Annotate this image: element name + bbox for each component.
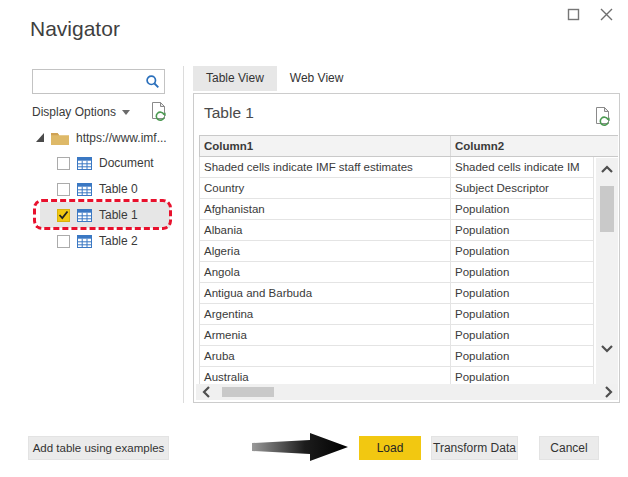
- scroll-right-icon[interactable]: [602, 386, 614, 398]
- table-cell: Population: [451, 241, 594, 261]
- table-cell: Population: [451, 283, 594, 303]
- table-cell: Subject Descriptor: [451, 178, 594, 198]
- search-box: [32, 69, 165, 94]
- table-row: Aruba Population: [200, 346, 594, 367]
- table-cell: Aruba: [200, 346, 451, 366]
- column-header: Column2: [451, 136, 618, 156]
- horizontal-scrollbar[interactable]: [196, 384, 618, 400]
- table-cell: Population: [451, 199, 594, 219]
- maximize-button[interactable]: [565, 6, 581, 22]
- checkmark-icon: [58, 210, 69, 220]
- table-row: Angola Population: [200, 262, 594, 283]
- table-cell: Albania: [200, 220, 451, 240]
- table-cell: Antigua and Barbuda: [200, 283, 451, 303]
- table-cell: Argentina: [200, 304, 451, 324]
- preview-table: Column1 Column2 Shaded cells indicate IM…: [199, 135, 618, 384]
- table-icon: [77, 157, 92, 170]
- tab-table-view[interactable]: Table View: [193, 66, 277, 91]
- tab-web-view[interactable]: Web View: [277, 66, 357, 91]
- scroll-left-icon[interactable]: [200, 386, 212, 398]
- table-row: Country Subject Descriptor: [200, 178, 594, 199]
- table-icon: [77, 209, 92, 222]
- panel-divider: [183, 66, 184, 403]
- table-cell: Population: [451, 346, 594, 366]
- preview-table-title: Table 1: [204, 104, 254, 122]
- checkbox[interactable]: [57, 235, 70, 248]
- table-cell: Shaded cells indicate IMF staff estimate…: [200, 157, 451, 177]
- table-cell: Australia: [200, 367, 451, 384]
- tree-root-label: https://www.imf...: [76, 131, 167, 145]
- table-row: Argentina Population: [200, 304, 594, 325]
- table-cell: Population: [451, 367, 594, 384]
- table-icon: [77, 183, 92, 196]
- cancel-button[interactable]: Cancel: [539, 436, 599, 460]
- search-input[interactable]: [33, 70, 145, 93]
- tree-root-url[interactable]: https://www.imf...: [36, 129, 167, 146]
- transform-data-button[interactable]: Transform Data: [431, 436, 518, 460]
- display-options-label: Display Options: [32, 105, 116, 119]
- table-row: Australia Population: [200, 367, 594, 384]
- table-cell: Armenia: [200, 325, 451, 345]
- table-cell: Population: [451, 304, 594, 324]
- table-icon: [77, 235, 92, 248]
- table-cell: Shaded cells indicate IM: [451, 157, 594, 177]
- tree-item-label: Table 0: [99, 182, 138, 196]
- tree-item-label: Table 2: [99, 234, 138, 248]
- load-button[interactable]: Load: [359, 436, 421, 460]
- table-cell: Algeria: [200, 241, 451, 261]
- folder-icon: [51, 131, 69, 145]
- chevron-down-icon: [122, 110, 130, 115]
- table-cell: Population: [451, 220, 594, 240]
- checkbox[interactable]: [57, 157, 70, 170]
- checkbox[interactable]: [57, 183, 70, 196]
- table-row: Afghanistan Population: [200, 199, 594, 220]
- table-cell: Population: [451, 325, 594, 345]
- table-row: Shaded cells indicate IMF staff estimate…: [200, 157, 594, 178]
- table-cell: Country: [200, 178, 451, 198]
- vertical-scrollbar[interactable]: [596, 158, 618, 384]
- close-icon: [599, 7, 614, 22]
- checkbox-checked[interactable]: [57, 209, 70, 222]
- display-options-dropdown[interactable]: Display Options: [32, 103, 130, 121]
- scroll-down-icon[interactable]: [596, 342, 618, 354]
- tree-item-table-0[interactable]: Table 0: [40, 176, 170, 202]
- horizontal-scrollbar-thumb[interactable]: [222, 387, 274, 397]
- table-header-row: Column1 Column2: [199, 135, 618, 157]
- navigator-dialog: Navigator Display Options https://www.im…: [0, 0, 628, 477]
- table-row: Armenia Population: [200, 325, 594, 346]
- add-table-using-examples-button[interactable]: Add table using examples: [28, 436, 169, 460]
- annotation-arrow-icon: [252, 431, 349, 467]
- refresh-button[interactable]: [149, 101, 168, 126]
- column-header: Column1: [200, 136, 451, 156]
- table-cell: Angola: [200, 262, 451, 282]
- refresh-page-icon: [593, 106, 612, 127]
- scroll-up-icon[interactable]: [596, 163, 618, 175]
- tree-item-label: Document: [99, 156, 154, 170]
- page-title: Navigator: [30, 17, 120, 41]
- tree-item-table-2[interactable]: Table 2: [40, 228, 170, 254]
- tree-item-table-1[interactable]: Table 1: [40, 202, 170, 228]
- tree-item-label: Table 1: [99, 208, 138, 222]
- vertical-scrollbar-thumb[interactable]: [600, 186, 614, 232]
- maximize-icon: [567, 8, 580, 21]
- preview-tabs: Table View Web View: [193, 66, 356, 91]
- table-cell: Afghanistan: [200, 199, 451, 219]
- preview-refresh-button[interactable]: [593, 106, 612, 131]
- preview-pane: Table 1 Column1 Column2 Shaded cells ind…: [193, 93, 620, 403]
- tree-item-document[interactable]: Document: [40, 150, 170, 176]
- table-rows: Shaded cells indicate IMF staff estimate…: [199, 157, 594, 384]
- table-row: Albania Population: [200, 220, 594, 241]
- table-row: Antigua and Barbuda Population: [200, 283, 594, 304]
- table-row: Algeria Population: [200, 241, 594, 262]
- refresh-page-icon: [149, 101, 168, 122]
- search-icon[interactable]: [145, 74, 160, 89]
- close-button[interactable]: [597, 5, 615, 23]
- table-cell: Population: [451, 262, 594, 282]
- tree-expander-icon: [36, 133, 44, 142]
